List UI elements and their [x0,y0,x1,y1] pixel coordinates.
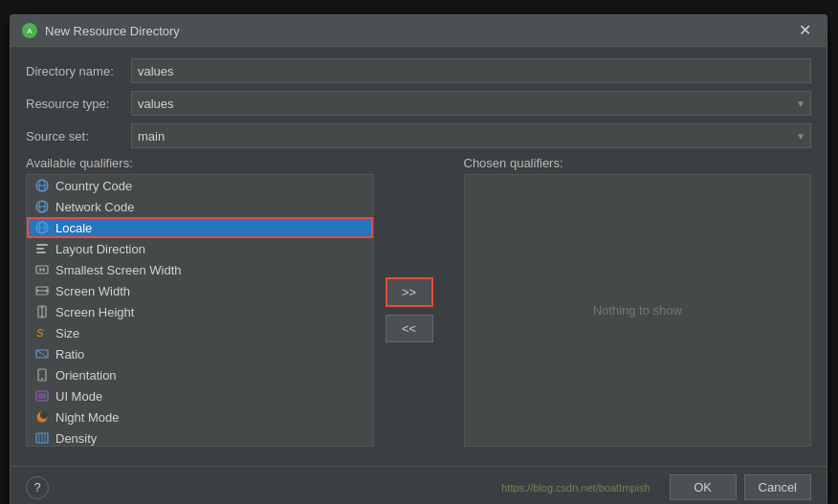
qualifiers-section: Available qualifiers: Countr [26,156,811,447]
close-button[interactable]: ✕ [795,23,815,38]
help-button[interactable]: ? [26,476,49,499]
svg-point-34 [40,411,48,419]
qualifier-item-density[interactable]: Density [27,427,373,447]
qualifier-item-screen-width[interactable]: Screen Width [27,280,373,301]
smallest-screen-width-icon [34,262,50,277]
qualifier-item-layout-direction[interactable]: Layout Direction [27,238,373,259]
dialog-titlebar: A New Resource Directory ✕ [11,15,827,47]
qualifier-item-screen-height[interactable]: Screen Height [27,301,373,322]
available-qualifiers-panel: Available qualifiers: Countr [26,156,374,447]
layout-direction-icon [34,241,50,256]
available-qualifiers-list[interactable]: Country Code Network Code [26,174,374,447]
nothing-to-show-text: Nothing to show [593,303,682,318]
screen-width-label: Screen Width [55,284,130,298]
dialog-overlay: A New Resource Directory ✕ Directory nam… [0,0,838,504]
dialog-body: Directory name: Resource type: values dr… [11,47,827,458]
dialog-app-icon: A [22,23,37,38]
directory-name-row: Directory name: [26,58,811,83]
country-code-icon [34,178,50,193]
qualifier-item-country-code[interactable]: Country Code [27,175,373,196]
dialog-title-area: A New Resource Directory [22,23,180,38]
source-set-row: Source set: main test androidTest ▼ [26,123,811,148]
qualifier-item-orientation[interactable]: Orientation [27,364,373,385]
screen-width-icon [34,283,50,298]
layout-direction-label: Layout Direction [55,242,145,256]
resource-type-select-wrapper: values drawable layout menu ▼ [131,91,811,116]
qualifier-item-network-code[interactable]: Network Code [27,196,373,217]
source-set-select[interactable]: main test androidTest [131,123,811,148]
footer-left: ? [26,476,49,499]
chosen-qualifiers-panel: Chosen qualifiers: Nothing to show [445,156,812,447]
qualifier-item-smallest-screen-width[interactable]: Smallest Screen Width [27,259,373,280]
density-icon [34,430,50,446]
qualifier-item-night-mode[interactable]: Night Mode [27,406,373,427]
cancel-button[interactable]: Cancel [744,474,811,500]
ok-button[interactable]: OK [670,474,737,500]
footer-right: https://blog.csdn.net/boatImpish OK Canc… [501,474,811,500]
new-resource-directory-dialog: A New Resource Directory ✕ Directory nam… [10,14,827,504]
locale-label: Locale [55,221,92,235]
svg-rect-11 [36,244,48,246]
size-icon: S [34,325,50,340]
network-code-label: Network Code [55,200,134,214]
source-set-select-wrapper: main test androidTest ▼ [131,123,811,148]
ratio-icon [34,346,50,362]
size-label: Size [55,326,79,340]
available-qualifiers-label: Available qualifiers: [26,156,374,170]
qualifier-item-ui-mode[interactable]: UI Mode [27,385,373,406]
svg-text:A: A [27,27,33,35]
locale-icon [34,220,50,235]
network-code-icon [34,199,50,214]
dialog-footer: ? https://blog.csdn.net/boatImpish OK Ca… [11,466,827,504]
night-mode-icon [34,409,50,425]
source-set-label: Source set: [26,129,131,143]
night-mode-label: Night Mode [55,410,119,425]
svg-text:S: S [36,327,44,339]
add-qualifier-button[interactable]: >> [386,277,433,307]
orientation-label: Orientation [55,368,117,383]
screen-height-label: Screen Height [55,305,134,319]
resource-type-row: Resource type: values drawable layout me… [26,91,811,116]
chosen-qualifiers-label: Chosen qualifiers: [464,156,812,170]
transfer-buttons-panel: >> << [374,173,445,447]
svg-point-30 [41,378,43,380]
directory-name-label: Directory name: [26,64,131,78]
svg-line-28 [36,350,48,358]
ui-mode-icon [34,388,50,404]
dialog-title: New Resource Directory [45,24,180,38]
screen-height-icon [34,304,50,319]
footer-url: https://blog.csdn.net/boatImpish [501,482,650,493]
resource-type-label: Resource type: [26,97,131,111]
ratio-label: Ratio [55,347,84,362]
qualifier-item-ratio[interactable]: Ratio [27,343,373,364]
resource-type-select[interactable]: values drawable layout menu [131,91,811,116]
country-code-label: Country Code [55,179,132,193]
directory-name-input[interactable] [131,58,811,83]
svg-rect-32 [38,393,46,399]
qualifier-item-size[interactable]: S Size [27,322,373,343]
remove-qualifier-button[interactable]: << [386,315,433,342]
smallest-screen-width-label: Smallest Screen Width [55,263,182,277]
orientation-icon [34,367,50,383]
svg-rect-12 [36,248,44,250]
svg-rect-13 [36,252,46,253]
density-label: Density [55,431,97,446]
ui-mode-label: UI Mode [55,389,102,404]
chosen-qualifiers-list: Nothing to show [464,174,812,447]
qualifier-item-locale[interactable]: Locale [27,217,373,238]
